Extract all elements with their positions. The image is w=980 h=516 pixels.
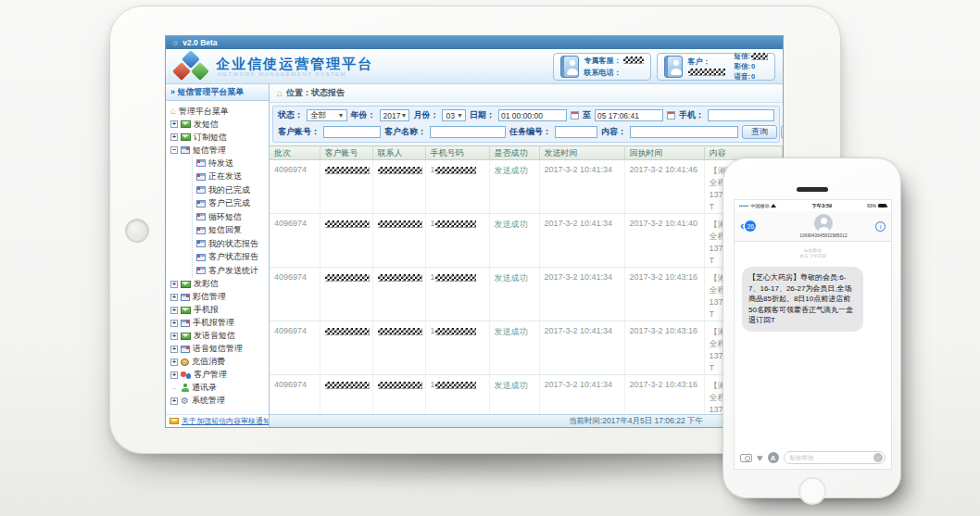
sidebar-item[interactable]: +发彩信: [170, 278, 269, 291]
search-button[interactable]: 查询: [742, 125, 777, 139]
expand-icon[interactable]: +: [170, 359, 178, 366]
sidebar-item[interactable]: +手机报: [170, 304, 269, 317]
censored-account: [325, 274, 370, 282]
person-icon: [181, 384, 189, 392]
sidebar-root-item[interactable]: ⌂管理平台菜单: [170, 105, 269, 118]
customer-name-input[interactable]: [430, 126, 506, 138]
sidebar-subitem[interactable]: 正在发送: [196, 170, 269, 184]
table-row[interactable]: 40969741发送成功2017-3-2 10:41:342017-3-2 10…: [270, 214, 783, 268]
send-arrow-icon[interactable]: ↑: [873, 453, 883, 462]
sidebar-item[interactable]: +充值消费: [170, 356, 269, 369]
column-header[interactable]: 客户账号: [320, 146, 372, 160]
main-panel: ⌂ 位置：状态报告 状态： 全部▼ 年份： 2017▼ 月份： 03▼: [270, 84, 783, 427]
sidebar-subitem[interactable]: 我的已完成: [196, 183, 269, 197]
column-header[interactable]: 是否成功: [489, 146, 539, 160]
table-row[interactable]: 40969741发送成功2017-3-2 10:41:342017-3-2 10…: [270, 375, 783, 415]
status-select[interactable]: 全部▼: [307, 109, 347, 121]
sidebar-subitem[interactable]: 待发送: [196, 157, 269, 170]
mobile-input[interactable]: [708, 109, 774, 121]
table-row[interactable]: 40969741发送成功2017-3-2 10:41:342017-3-2 10…: [270, 160, 783, 214]
phone-cell: 1: [425, 375, 489, 415]
expand-icon[interactable]: +: [170, 397, 178, 405]
account-cell: [320, 214, 372, 268]
sidebar-subitem[interactable]: 循环短信: [196, 210, 269, 224]
phone-cell: 1: [425, 321, 489, 375]
content-input[interactable]: [630, 126, 738, 138]
expand-icon[interactable]: +: [170, 307, 178, 314]
date-from-input[interactable]: [498, 109, 567, 121]
sidebar-item[interactable]: +语音短信管理: [170, 343, 269, 356]
task-number-input[interactable]: [555, 126, 597, 138]
sidebar-header: » 短信管理平台菜单: [166, 84, 269, 101]
sidebar-item[interactable]: +发短信: [170, 118, 269, 131]
tablet-home-button[interactable]: [125, 219, 149, 243]
report-icon: [196, 227, 206, 234]
service-label: 专属客服：: [584, 56, 622, 66]
table-row[interactable]: 40969741发送成功2017-3-2 10:41:342017-3-2 10…: [270, 321, 783, 375]
expand-icon[interactable]: +: [170, 133, 178, 141]
back-button[interactable]: ‹ 26: [740, 220, 772, 232]
table-row[interactable]: 40969741发送成功2017-3-2 10:41:342017-3-2 10…: [270, 268, 783, 321]
column-header[interactable]: 发送时间: [539, 146, 624, 160]
calendar-icon[interactable]: [667, 111, 675, 120]
sidebar-item[interactable]: –通讯录: [170, 382, 269, 395]
sidebar-item[interactable]: +客户管理: [170, 369, 269, 382]
service-contact-box: 专属客服： 联系电话：: [553, 53, 651, 81]
sidebar-subitem[interactable]: 客户发送统计: [196, 264, 269, 278]
expand-icon[interactable]: +: [170, 371, 178, 379]
envelope-icon: [181, 307, 191, 314]
info-icon[interactable]: i: [875, 221, 886, 232]
digital-touch-heart-icon[interactable]: ♥: [757, 453, 763, 462]
table-icon: [181, 146, 190, 154]
calendar-icon[interactable]: [571, 111, 579, 120]
sidebar-subitem-label: 我的状态报告: [208, 238, 258, 250]
censored-contact: [378, 328, 422, 335]
message-input[interactable]: 短信/彩信 ↑: [784, 451, 886, 464]
column-header[interactable]: 回执时间: [624, 146, 704, 160]
sidebar-subitem[interactable]: 短信回复: [196, 224, 269, 238]
quota-stat-value: 0: [751, 62, 755, 70]
censored-phone: [435, 274, 476, 282]
column-header[interactable]: 手机号码: [425, 146, 489, 160]
expand-icon[interactable]: +: [170, 320, 178, 327]
collapse-icon[interactable]: −: [170, 146, 178, 154]
expand-icon[interactable]: +: [170, 281, 178, 288]
account-input[interactable]: [323, 126, 381, 138]
column-header[interactable]: 批次: [270, 146, 320, 160]
sidebar-item[interactable]: +手机报管理: [170, 317, 269, 330]
quota-stat-label: 短信:: [735, 52, 751, 61]
expand-icon[interactable]: +: [170, 120, 178, 128]
censored-customer-id: [688, 69, 725, 76]
envelope-icon: [181, 120, 191, 128]
sidebar-item[interactable]: +发语音短信: [170, 330, 269, 343]
avatar[interactable]: [814, 214, 833, 233]
battery-icon: [878, 204, 886, 208]
export-button[interactable]: 导出: [781, 125, 784, 139]
batch-cell: 4096974: [270, 214, 320, 268]
expand-icon[interactable]: +: [170, 333, 178, 340]
censored-account: [325, 382, 370, 389]
home-icon: ⌂: [277, 89, 283, 98]
sidebar-item[interactable]: +⚙系统管理: [170, 395, 269, 408]
notice-link[interactable]: 关于加强短信内容审核通知: [182, 416, 269, 426]
sidebar-item[interactable]: +彩信管理: [170, 291, 269, 304]
phone-home-button[interactable]: [798, 477, 826, 505]
messages-nav-bar: ‹ 26 1069043645832985012 i: [735, 211, 891, 242]
app-store-icon[interactable]: A: [768, 452, 779, 463]
camera-icon[interactable]: [740, 454, 752, 462]
month-select[interactable]: 03▼: [442, 109, 466, 121]
expand-icon[interactable]: +: [170, 346, 178, 353]
column-header[interactable]: 联系人: [372, 146, 425, 160]
expand-icon[interactable]: +: [170, 294, 178, 301]
contact-cell: [372, 375, 425, 415]
sidebar-item[interactable]: +订制短信: [170, 131, 269, 144]
date-to-input[interactable]: [595, 109, 663, 121]
app-header: 企业信使运营管理平台 NETWORK MANAGEMENT SYSTEM 专属客…: [166, 49, 783, 84]
signal-dots-icon: •••••: [739, 204, 748, 208]
year-select[interactable]: 2017▼: [380, 109, 410, 121]
mobile-filter-label: 手机：: [679, 109, 704, 121]
sidebar-subitem[interactable]: 我的状态报告: [196, 237, 269, 251]
sidebar-subitem[interactable]: 客户已完成: [196, 197, 269, 211]
sidebar-subitem[interactable]: 客户状态报告: [196, 251, 269, 265]
sidebar-item[interactable]: −短信管理: [170, 144, 269, 157]
